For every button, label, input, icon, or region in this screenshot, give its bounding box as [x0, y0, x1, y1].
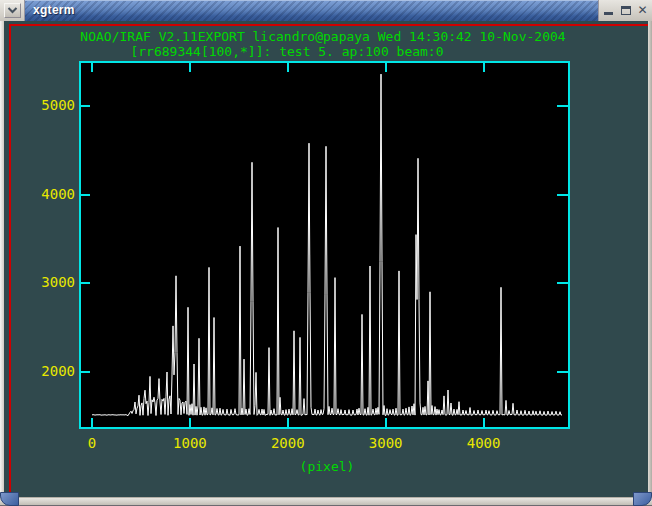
minimize-icon	[604, 12, 613, 15]
y-tick-label: 2000	[41, 363, 75, 379]
y-tick-label: 4000	[41, 186, 75, 202]
y-tick-label: 3000	[41, 274, 75, 290]
chart-subtitle: [rr689344[100,*]]: test 5. ap:100 beam:0	[130, 44, 443, 59]
x-tick-label: 0	[88, 435, 96, 451]
window-frame-bottom	[0, 497, 652, 506]
terminal-graphics-area: NOAO/IRAF V2.11EXPORT licandro@papaya We…	[4, 21, 648, 497]
window-controls: ✕	[598, 0, 652, 21]
window-frame-right	[648, 21, 652, 497]
y-tick-label: 5000	[41, 97, 75, 113]
x-tick-label: 2000	[271, 435, 305, 451]
x-tick-label: 4000	[467, 435, 501, 451]
close-button[interactable]: ✕	[635, 3, 650, 18]
close-icon: ✕	[637, 3, 647, 18]
titlebar[interactable]: xgterm ✕	[0, 0, 652, 21]
window-shade-button[interactable]	[4, 3, 21, 18]
graphics-border-top	[9, 24, 648, 26]
spectrum-plot: NOAO/IRAF V2.11EXPORT licandro@papaya We…	[4, 21, 648, 497]
window-title: xgterm	[33, 3, 75, 17]
window-frame-left	[0, 21, 4, 497]
chart-title: NOAO/IRAF V2.11EXPORT licandro@papaya We…	[80, 29, 565, 44]
xgterm-window: xgterm ✕ NOAO/IRAF V2.11EXPORT licandro@…	[0, 0, 652, 506]
x-tick-label: 1000	[173, 435, 207, 451]
titlebar-drag-area[interactable]: xgterm	[25, 0, 598, 21]
maximize-button[interactable]	[618, 3, 633, 18]
titlebar-left-cell	[0, 0, 25, 21]
x-axis-label: (pixel)	[300, 459, 355, 474]
x-tick-label: 3000	[369, 435, 403, 451]
minimize-button[interactable]	[601, 3, 616, 18]
graphics-border-left	[9, 24, 11, 497]
chevron-down-icon	[7, 7, 18, 14]
maximize-icon	[621, 6, 631, 15]
